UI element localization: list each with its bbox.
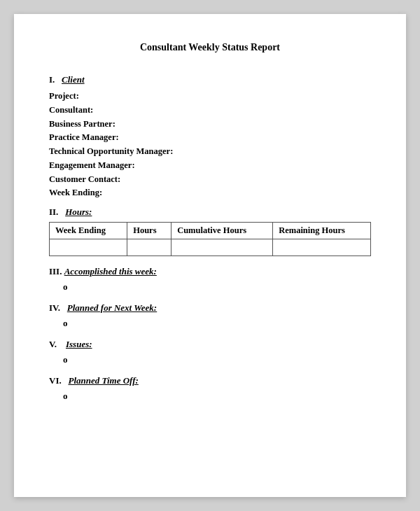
client-fields: Project: Consultant: Business Partner: P… <box>49 90 371 200</box>
field-practice-manager: Practice Manager: <box>49 131 371 144</box>
col-week-ending: Week Ending <box>50 223 127 239</box>
report-page: Consultant Weekly Status Report I. Clien… <box>14 14 406 497</box>
col-hours: Hours <box>127 223 172 239</box>
section-timeoff-heading: VI. Planned Time Off: <box>49 375 371 386</box>
table-row <box>50 239 371 256</box>
cell-remaining-hours <box>273 239 371 256</box>
section-accomplished-heading: III. Accomplished this week: <box>49 266 371 277</box>
cell-hours <box>127 239 172 256</box>
section-planned: IV. Planned for Next Week: o <box>49 302 371 329</box>
section-issues-heading: V. Issues: <box>49 339 371 350</box>
timeoff-bullet: o <box>63 391 371 402</box>
section-client-heading: I. Client <box>49 74 371 85</box>
field-tech-opportunity-manager: Technical Opportunity Manager: <box>49 145 371 158</box>
page-title: Consultant Weekly Status Report <box>49 42 371 53</box>
accomplished-bullet: o <box>63 281 371 293</box>
section-issues: V. Issues: o <box>49 339 371 365</box>
section-client: I. Client Project: Consultant: Business … <box>49 74 371 200</box>
field-business-partner: Business Partner: <box>49 118 371 131</box>
section-hours-heading: II. Hours: <box>49 206 371 218</box>
field-project: Project: <box>49 90 371 103</box>
issues-bullet: o <box>63 354 371 365</box>
field-engagement-manager: Engagement Manager: <box>49 159 371 172</box>
section-timeoff: VI. Planned Time Off: o <box>49 375 371 402</box>
hours-table: Week Ending Hours Cumulative Hours Remai… <box>49 222 371 256</box>
section-accomplished: III. Accomplished this week: o <box>49 266 371 293</box>
col-cumulative-hours: Cumulative Hours <box>172 223 273 239</box>
field-week-ending: Week Ending: <box>49 186 371 200</box>
cell-cumulative-hours <box>172 239 273 256</box>
section-planned-heading: IV. Planned for Next Week: <box>49 302 371 314</box>
table-header-row: Week Ending Hours Cumulative Hours Remai… <box>50 223 371 239</box>
planned-bullet: o <box>63 318 371 329</box>
section-hours: II. Hours: Week Ending Hours Cumulative … <box>49 206 371 256</box>
field-consultant: Consultant: <box>49 104 371 117</box>
cell-week-ending <box>50 239 127 256</box>
col-remaining-hours: Remaining Hours <box>273 223 371 239</box>
field-customer-contact: Customer Contact: <box>49 173 371 186</box>
